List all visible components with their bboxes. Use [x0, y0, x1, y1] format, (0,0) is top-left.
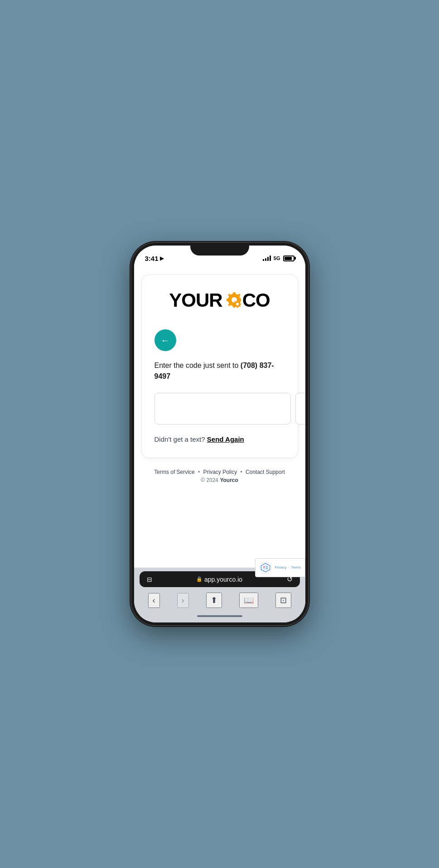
forward-nav-button[interactable]: › — [177, 593, 189, 608]
code-digit-1[interactable] — [154, 393, 291, 424]
lock-icon: 🔒 — [196, 576, 203, 582]
recaptcha-links: Privacy · Terms — [275, 565, 301, 570]
phone-frame: 3:41 ▶ 5G — [131, 243, 308, 625]
logo-text-before: YOUR — [169, 289, 222, 311]
tabs-button[interactable]: ⊡ — [275, 593, 291, 608]
code-inputs — [154, 393, 285, 424]
app-logo: YOUR — [169, 289, 270, 311]
content-area: YOUR — [134, 265, 305, 568]
battery-icon — [283, 256, 294, 261]
back-nav-button[interactable]: ‹ — [148, 593, 160, 608]
instruction-text: Enter the code just sent to (708) 837-94… — [154, 360, 285, 382]
back-arrow-icon: ← — [161, 336, 170, 345]
logo-container: YOUR — [154, 289, 285, 311]
recaptcha-logo-icon — [259, 561, 272, 574]
brand-name: Yourco — [220, 477, 238, 483]
url-display: 🔒 app.yourco.io — [196, 576, 242, 583]
terms-of-service-link[interactable]: Terms of Service — [154, 469, 194, 475]
location-icon: ▶ — [160, 256, 164, 261]
recaptcha-badge: Privacy · Terms — [255, 558, 305, 577]
recaptcha-terms-link[interactable]: Terms — [291, 565, 301, 570]
instruction-prefix: Enter the code just sent to — [154, 362, 241, 369]
status-right: 5G — [263, 256, 294, 261]
status-time: 3:41 ▶ — [145, 255, 164, 262]
privacy-policy-link[interactable]: Privacy Policy — [203, 469, 237, 475]
dot-1: • — [198, 469, 200, 475]
back-button[interactable]: ← — [154, 329, 176, 351]
recaptcha-text: Privacy · Terms — [275, 565, 301, 570]
signal-bar-4 — [270, 256, 271, 261]
home-bar — [197, 615, 242, 617]
gear-svg — [224, 290, 241, 310]
screen: 3:41 ▶ 5G — [134, 246, 305, 622]
svg-point-1 — [236, 303, 239, 305]
bookmarks-button[interactable]: 📖 — [239, 593, 258, 608]
home-indicator — [140, 612, 300, 621]
footer-links: Terms of Service • Privacy Policy • Cont… — [154, 469, 285, 475]
signal-bar-1 — [263, 259, 264, 261]
notch — [190, 243, 249, 256]
logo-gear-icon — [223, 289, 242, 311]
time-display: 3:41 — [145, 255, 159, 262]
recaptcha-separator: · — [288, 565, 289, 570]
contact-support-link[interactable]: Contact Support — [246, 469, 285, 475]
signal-bar-2 — [265, 258, 266, 261]
recaptcha-privacy-link[interactable]: Privacy — [275, 565, 286, 570]
battery-fill — [285, 257, 292, 260]
dot-2: • — [241, 469, 242, 475]
footer-copyright: © 2024 Yourco — [154, 477, 285, 483]
browser-nav: ‹ › ⬆ 📖 ⊡ — [140, 591, 300, 612]
url-text: app.yourco.io — [204, 576, 242, 583]
main-card: YOUR — [141, 275, 298, 458]
share-button[interactable]: ⬆ — [206, 593, 222, 608]
signal-bars — [263, 256, 271, 261]
send-again-link[interactable]: Send Again — [207, 435, 244, 443]
logo-text-after: CO — [242, 289, 270, 311]
code-digit-2[interactable] — [295, 393, 305, 424]
network-label: 5G — [274, 256, 280, 261]
copyright-text: © 2024 — [201, 477, 218, 483]
tabs-icon[interactable]: ⊟ — [147, 576, 152, 583]
signal-bar-3 — [267, 257, 269, 261]
resend-prefix: Didn't get a text? — [154, 435, 205, 443]
resend-text: Didn't get a text? Send Again — [154, 435, 285, 443]
footer: Terms of Service • Privacy Policy • Cont… — [154, 467, 285, 489]
